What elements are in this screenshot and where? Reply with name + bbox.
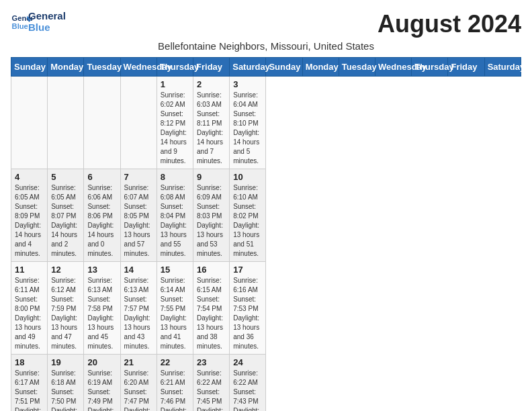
day-number: 22 — [161, 357, 189, 367]
calendar-cell — [11, 76, 48, 169]
day-of-week-header: Tuesday — [339, 57, 375, 76]
day-info: Sunrise: 6:12 AM Sunset: 7:59 PM Dayligh… — [51, 276, 80, 351]
logo: General Blue General Blue — [11, 11, 66, 33]
calendar-cell: 23Sunrise: 6:22 AM Sunset: 7:45 PM Dayli… — [193, 354, 230, 411]
calendar-cell: 10Sunrise: 6:10 AM Sunset: 8:02 PM Dayli… — [230, 169, 266, 261]
day-info: Sunrise: 6:22 AM Sunset: 7:43 PM Dayligh… — [233, 369, 262, 411]
calendar-cell: 20Sunrise: 6:19 AM Sunset: 7:49 PM Dayli… — [84, 354, 120, 411]
day-of-week-header: Friday — [448, 57, 484, 76]
day-info: Sunrise: 6:02 AM Sunset: 8:12 PM Dayligh… — [161, 91, 189, 166]
day-info: Sunrise: 6:08 AM Sunset: 8:04 PM Dayligh… — [161, 183, 189, 259]
subtitle: Bellefontaine Neighbors, Missouri, Unite… — [11, 40, 521, 52]
day-number: 11 — [15, 265, 44, 275]
calendar-cell: 7Sunrise: 6:07 AM Sunset: 8:05 PM Daylig… — [120, 169, 157, 261]
day-number: 2 — [197, 79, 226, 89]
svg-text:Blue: Blue — [12, 21, 28, 30]
day-info: Sunrise: 6:19 AM Sunset: 7:49 PM Dayligh… — [87, 369, 116, 411]
day-of-week-header: Tuesday — [84, 57, 120, 76]
calendar-cell: 12Sunrise: 6:12 AM Sunset: 7:59 PM Dayli… — [48, 261, 84, 354]
day-of-week-header: Monday — [302, 57, 339, 76]
day-number: 20 — [87, 357, 116, 367]
day-number: 17 — [233, 265, 262, 275]
calendar-cell: 16Sunrise: 6:15 AM Sunset: 7:54 PM Dayli… — [193, 261, 230, 354]
day-info: Sunrise: 6:15 AM Sunset: 7:54 PM Dayligh… — [197, 276, 226, 351]
day-number: 21 — [124, 357, 153, 367]
day-of-week-header: Sunday — [11, 57, 48, 76]
day-info: Sunrise: 6:04 AM Sunset: 8:10 PM Dayligh… — [233, 91, 262, 166]
calendar-cell: 6Sunrise: 6:06 AM Sunset: 8:06 PM Daylig… — [84, 169, 120, 261]
calendar-cell: 2Sunrise: 6:03 AM Sunset: 8:11 PM Daylig… — [193, 76, 230, 169]
day-of-week-header: Thursday — [412, 57, 448, 76]
calendar-cell: 22Sunrise: 6:21 AM Sunset: 7:46 PM Dayli… — [157, 354, 193, 411]
day-number: 9 — [197, 172, 226, 182]
calendar-cell: 15Sunrise: 6:14 AM Sunset: 7:55 PM Dayli… — [157, 261, 193, 354]
calendar-cell: 8Sunrise: 6:08 AM Sunset: 8:04 PM Daylig… — [157, 169, 193, 261]
calendar-header-row: SundayMondayTuesdayWednesdayThursdayFrid… — [11, 57, 521, 76]
calendar-cell: 19Sunrise: 6:18 AM Sunset: 7:50 PM Dayli… — [48, 354, 84, 411]
calendar-table: SundayMondayTuesdayWednesdayThursdayFrid… — [11, 57, 521, 411]
calendar-cell — [120, 76, 157, 169]
day-number: 19 — [51, 357, 80, 367]
day-info: Sunrise: 6:06 AM Sunset: 8:06 PM Dayligh… — [87, 183, 116, 259]
day-of-week-header: Wednesday — [120, 57, 157, 76]
calendar-cell: 24Sunrise: 6:22 AM Sunset: 7:43 PM Dayli… — [230, 354, 266, 411]
calendar-cell — [48, 76, 84, 169]
day-of-week-header: Saturday — [230, 57, 266, 76]
calendar-cell: 17Sunrise: 6:16 AM Sunset: 7:53 PM Dayli… — [230, 261, 266, 354]
calendar-cell: 5Sunrise: 6:05 AM Sunset: 8:07 PM Daylig… — [48, 169, 84, 261]
header: General Blue General Blue August 2024 — [11, 11, 521, 38]
calendar-cell: 9Sunrise: 6:09 AM Sunset: 8:03 PM Daylig… — [193, 169, 230, 261]
day-of-week-header: Friday — [193, 57, 230, 76]
day-number: 13 — [87, 265, 116, 275]
day-info: Sunrise: 6:05 AM Sunset: 8:07 PM Dayligh… — [51, 183, 80, 259]
day-number: 4 — [15, 172, 44, 182]
logo-line1: General — [28, 11, 66, 22]
day-info: Sunrise: 6:13 AM Sunset: 7:57 PM Dayligh… — [124, 276, 153, 351]
day-of-week-header: Saturday — [484, 57, 521, 76]
title-area: August 2024 — [378, 11, 521, 38]
calendar-week-row: 1Sunrise: 6:02 AM Sunset: 8:12 PM Daylig… — [11, 76, 521, 169]
day-info: Sunrise: 6:05 AM Sunset: 8:09 PM Dayligh… — [15, 183, 44, 259]
day-number: 18 — [15, 357, 44, 367]
calendar-cell: 13Sunrise: 6:13 AM Sunset: 7:58 PM Dayli… — [84, 261, 120, 354]
calendar-cell: 1Sunrise: 6:02 AM Sunset: 8:12 PM Daylig… — [157, 76, 193, 169]
day-info: Sunrise: 6:14 AM Sunset: 7:55 PM Dayligh… — [161, 276, 189, 351]
calendar-cell: 18Sunrise: 6:17 AM Sunset: 7:51 PM Dayli… — [11, 354, 48, 411]
day-info: Sunrise: 6:20 AM Sunset: 7:47 PM Dayligh… — [124, 369, 153, 411]
calendar-cell — [84, 76, 120, 169]
day-info: Sunrise: 6:11 AM Sunset: 8:00 PM Dayligh… — [15, 276, 44, 351]
day-info: Sunrise: 6:18 AM Sunset: 7:50 PM Dayligh… — [51, 369, 80, 411]
day-info: Sunrise: 6:09 AM Sunset: 8:03 PM Dayligh… — [197, 183, 226, 259]
day-number: 23 — [197, 357, 226, 367]
day-info: Sunrise: 6:22 AM Sunset: 7:45 PM Dayligh… — [197, 369, 226, 411]
day-of-week-header: Monday — [48, 57, 84, 76]
day-number: 15 — [161, 265, 189, 275]
day-of-week-header: Wednesday — [375, 57, 412, 76]
day-of-week-header: Thursday — [157, 57, 193, 76]
logo-line2: Blue — [28, 22, 66, 34]
day-info: Sunrise: 6:10 AM Sunset: 8:02 PM Dayligh… — [233, 183, 262, 259]
day-number: 10 — [233, 172, 262, 182]
calendar-cell: 21Sunrise: 6:20 AM Sunset: 7:47 PM Dayli… — [120, 354, 157, 411]
day-info: Sunrise: 6:03 AM Sunset: 8:11 PM Dayligh… — [197, 91, 226, 166]
calendar-week-row: 4Sunrise: 6:05 AM Sunset: 8:09 PM Daylig… — [11, 169, 521, 261]
calendar-cell: 4Sunrise: 6:05 AM Sunset: 8:09 PM Daylig… — [11, 169, 48, 261]
calendar-week-row: 11Sunrise: 6:11 AM Sunset: 8:00 PM Dayli… — [11, 261, 521, 354]
day-info: Sunrise: 6:17 AM Sunset: 7:51 PM Dayligh… — [15, 369, 44, 411]
day-number: 7 — [124, 172, 153, 182]
day-number: 1 — [161, 79, 189, 89]
day-number: 6 — [87, 172, 116, 182]
day-info: Sunrise: 6:16 AM Sunset: 7:53 PM Dayligh… — [233, 276, 262, 351]
day-number: 8 — [161, 172, 189, 182]
day-number: 3 — [233, 79, 262, 89]
day-info: Sunrise: 6:13 AM Sunset: 7:58 PM Dayligh… — [87, 276, 116, 351]
calendar-cell: 11Sunrise: 6:11 AM Sunset: 8:00 PM Dayli… — [11, 261, 48, 354]
calendar-week-row: 18Sunrise: 6:17 AM Sunset: 7:51 PM Dayli… — [11, 354, 521, 411]
day-of-week-header: Sunday — [266, 57, 302, 76]
calendar-cell: 3Sunrise: 6:04 AM Sunset: 8:10 PM Daylig… — [230, 76, 266, 169]
day-number: 16 — [197, 265, 226, 275]
day-number: 5 — [51, 172, 80, 182]
day-number: 14 — [124, 265, 153, 275]
day-number: 24 — [233, 357, 262, 367]
day-info: Sunrise: 6:07 AM Sunset: 8:05 PM Dayligh… — [124, 183, 153, 259]
